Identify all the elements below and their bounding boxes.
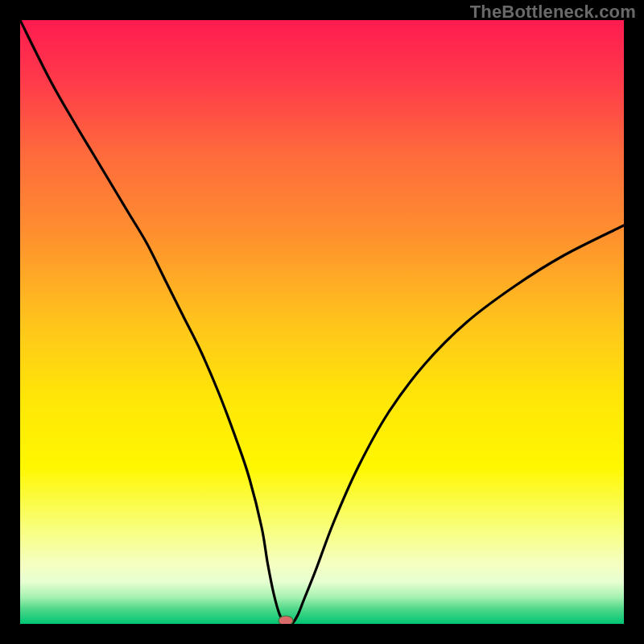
- chart-frame: TheBottleneck.com: [0, 0, 644, 644]
- plot-background: [20, 20, 624, 624]
- watermark-text: TheBottleneck.com: [470, 2, 636, 23]
- optimum-marker: [279, 616, 293, 624]
- bottleneck-plot: [20, 20, 624, 624]
